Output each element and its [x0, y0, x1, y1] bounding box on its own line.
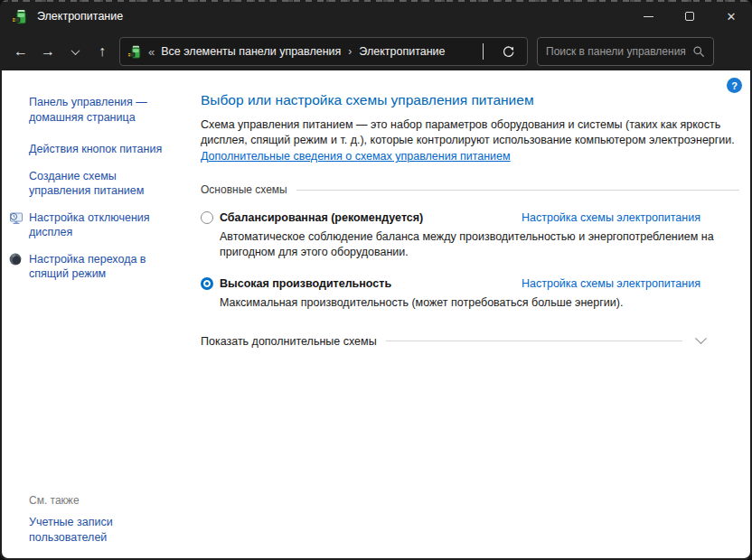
- help-icon: ?: [731, 80, 738, 91]
- breadcrumb-item-all-control-panel-items[interactable]: Все элементы панели управления: [161, 45, 341, 58]
- plan-high-performance-description: Максимальная производительность (может п…: [220, 295, 739, 311]
- minimize-button[interactable]: [627, 0, 669, 33]
- plan-high-performance-header: Высокая производительность Настройка схе…: [201, 277, 739, 290]
- screenshot-artifact-line: [0, 0, 752, 2]
- navigation-toolbar: ← → ↑ « Все элементы панели управления ›…: [0, 33, 752, 70]
- chevron-down-icon: [70, 46, 80, 55]
- display-clock-icon: [8, 210, 24, 226]
- content-area: Панель управления — домашняя страница Де…: [2, 70, 750, 558]
- titlebar: Электропитание ✕: [0, 0, 752, 33]
- chevron-down-icon: [483, 43, 484, 60]
- page-description: Схема управления питанием — это набор па…: [201, 117, 736, 147]
- search-icon[interactable]: [692, 45, 705, 58]
- search-box: [537, 37, 714, 66]
- sidebar-item-power-button-actions: Действия кнопок питания: [29, 140, 172, 157]
- breadcrumb-overflow-icon[interactable]: «: [148, 45, 155, 59]
- up-button[interactable]: ↑: [89, 38, 116, 65]
- sidebar-link-display-off-settings[interactable]: Настройка отключения дисплея: [29, 210, 172, 240]
- address-power-options-icon: [127, 44, 143, 60]
- back-button[interactable]: ←: [7, 38, 34, 65]
- sidebar-link-power-button-actions[interactable]: Действия кнопок питания: [29, 142, 162, 157]
- sidebar-item-control-panel-home: Панель управления — домашняя страница: [29, 95, 172, 125]
- back-icon: ←: [14, 43, 28, 60]
- window-title: Электропитание: [37, 10, 123, 23]
- close-button[interactable]: ✕: [710, 0, 752, 33]
- recent-locations-button[interactable]: [61, 38, 89, 65]
- show-additional-plans-label[interactable]: Показать дополнительные схемы: [201, 335, 377, 348]
- address-dropdown-button[interactable]: [483, 43, 484, 60]
- sidebar-item-create-power-plan: Создание схемы управления питанием: [29, 169, 172, 199]
- breadcrumb-item-power-options[interactable]: Электропитание: [359, 45, 445, 58]
- power-plans-list: Сбалансированная (рекомендуется) Настрой…: [201, 211, 739, 311]
- sidebar-link-sleep-settings[interactable]: Настройка перехода в спящий режим: [29, 252, 172, 282]
- main-panel: ? Выбор или настройка схемы управления п…: [190, 70, 750, 558]
- forward-button[interactable]: →: [34, 38, 61, 65]
- address-bar-right: [483, 40, 520, 63]
- sidebar-link-control-panel-home[interactable]: Панель управления — домашняя страница: [29, 95, 172, 125]
- page-title: Выбор или настройка схемы управления пит…: [201, 92, 739, 108]
- sidebar-link-create-power-plan[interactable]: Создание схемы управления питанием: [29, 169, 172, 199]
- group-header-label: Основные схемы: [201, 183, 287, 196]
- sidebar: Панель управления — домашняя страница Де…: [2, 70, 190, 558]
- additional-plans-rule: [386, 341, 682, 341]
- see-also-header: См. также: [29, 494, 137, 507]
- plan-balanced-radio[interactable]: [201, 211, 213, 224]
- plan-high-performance-settings-link[interactable]: Настройка схемы электропитания: [522, 277, 700, 290]
- forward-icon: →: [41, 43, 55, 60]
- address-bar[interactable]: « Все элементы панели управления › Элект…: [119, 37, 528, 66]
- sidebar-item-display-off-settings: Настройка отключения дисплея: [29, 210, 172, 240]
- refresh-icon: [502, 45, 515, 59]
- power-options-icon: [12, 8, 29, 25]
- refresh-button[interactable]: [496, 40, 520, 63]
- group-header-rule: [296, 190, 739, 191]
- plan-high-performance-radio[interactable]: [201, 277, 213, 290]
- search-input[interactable]: [546, 45, 692, 58]
- plan-balanced-header: Сбалансированная (рекомендуется) Настрой…: [201, 211, 739, 224]
- sidebar-item-sleep-settings: Настройка перехода в спящий режим: [29, 252, 172, 282]
- minimize-icon: [644, 16, 653, 17]
- plan-row-high-performance: Высокая производительность Настройка схе…: [201, 277, 739, 311]
- close-icon: ✕: [727, 11, 737, 23]
- plan-balanced-description: Автоматическое соблюдение баланса между …: [220, 229, 739, 260]
- maximize-icon: [685, 12, 694, 21]
- plan-balanced-name[interactable]: Сбалансированная (рекомендуется): [220, 211, 522, 224]
- expand-chevron-down-icon[interactable]: [695, 333, 707, 345]
- plan-high-performance-name[interactable]: Высокая производительность: [220, 277, 522, 290]
- see-also-link-user-accounts[interactable]: Учетные записи пользователей: [29, 515, 137, 546]
- see-also-section: См. также Учетные записи пользователей: [29, 494, 137, 546]
- plan-row-balanced: Сбалансированная (рекомендуется) Настрой…: [201, 211, 739, 260]
- help-button[interactable]: ?: [727, 78, 742, 93]
- show-additional-plans-row: Показать дополнительные схемы: [201, 335, 739, 348]
- learn-more-link[interactable]: Дополнительные сведения о схемах управле…: [201, 150, 511, 163]
- sleep-moon-icon: [8, 252, 24, 267]
- window-controls: ✕: [627, 0, 752, 33]
- preferred-plans-group-header: Основные схемы: [201, 183, 739, 196]
- up-icon: ↑: [99, 43, 106, 60]
- breadcrumb-separator-icon[interactable]: ›: [348, 45, 352, 58]
- maximize-button[interactable]: [669, 0, 710, 33]
- power-options-window: Электропитание ✕ ← → ↑ « Вс: [0, 0, 752, 560]
- plan-balanced-settings-link[interactable]: Настройка схемы электропитания: [522, 211, 700, 224]
